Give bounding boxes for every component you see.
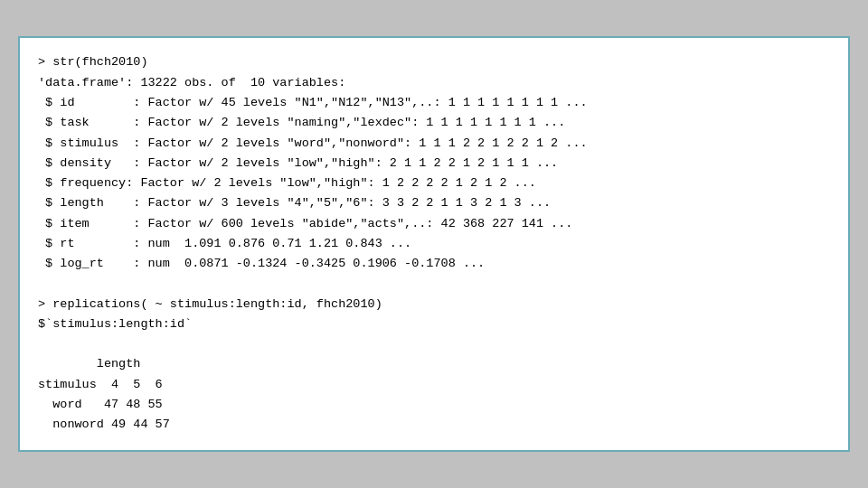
console-line: nonword 49 44 57 bbox=[38, 415, 830, 435]
console-line: $ frequency: Factor w/ 2 levels "low","h… bbox=[38, 174, 830, 193]
console-line: $`stimulus:length:id` bbox=[38, 314, 830, 334]
console-line: $ length : Factor w/ 3 levels "4","5","6… bbox=[38, 193, 830, 213]
console-line: > replications( ~ stimulus:length:id, fh… bbox=[38, 295, 830, 314]
console-line: 'data.frame': 13222 obs. of 10 variables… bbox=[38, 73, 830, 93]
console-line: $ item : Factor w/ 600 levels "abide","a… bbox=[38, 214, 830, 234]
blank-line bbox=[38, 274, 830, 294]
console-line: > str(fhch2010) bbox=[38, 52, 830, 72]
console-line: length bbox=[38, 354, 830, 374]
console-line: word 47 48 55 bbox=[38, 395, 830, 415]
console-line: $ id : Factor w/ 45 levels "N1","N12","N… bbox=[38, 93, 830, 113]
console-line: $ task : Factor w/ 2 levels "naming","le… bbox=[38, 113, 830, 133]
console-line: $ rt : num 1.091 0.876 0.71 1.21 0.843 .… bbox=[38, 234, 830, 254]
blank-line bbox=[38, 334, 830, 354]
console-window: > str(fhch2010) 'data.frame': 13222 obs.… bbox=[18, 36, 850, 451]
console-line: $ log_rt : num 0.0871 -0.1324 -0.3425 0.… bbox=[38, 254, 830, 274]
console-line: $ stimulus : Factor w/ 2 levels "word","… bbox=[38, 134, 830, 154]
console-line: $ density : Factor w/ 2 levels "low","hi… bbox=[38, 154, 830, 174]
console-line: stimulus 4 5 6 bbox=[38, 375, 830, 395]
